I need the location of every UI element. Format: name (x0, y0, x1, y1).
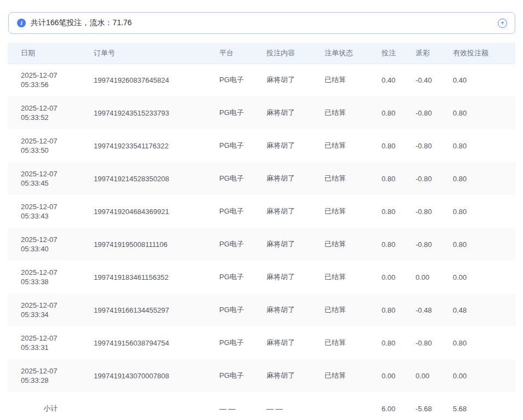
column-header-order: 订单号 (94, 43, 219, 64)
table-header-row: 日期 订单号 平台 投注内容 注单状态 投注 派彩 有效投注额 (8, 43, 515, 64)
order-number-cell: 1997419195008111106 (94, 228, 219, 261)
date-text: 2025-12-07 (21, 202, 94, 211)
bet-value-cell: 0.80 (382, 294, 416, 326)
bet-content-cell: 麻将胡了 (266, 359, 325, 392)
bet-value-cell: 0.80 (382, 96, 416, 129)
valid-bet-cell: 0.80 (453, 326, 515, 359)
platform-cell: PG电子 (219, 96, 266, 129)
date-text: 2025-12-07 (21, 136, 94, 146)
time-text: 05:33:43 (21, 211, 94, 221)
date-text: 2025-12-07 (21, 268, 94, 277)
date-text: 2025-12-07 (21, 103, 94, 113)
payout-value-cell: 0.00 (416, 359, 453, 392)
table-row: 2025-12-07 05:33:31 1997419156038794754 … (8, 326, 515, 359)
time-text: 05:33:38 (21, 277, 94, 286)
time-text: 05:33:34 (21, 310, 94, 319)
bet-value-cell: 0.40 (382, 64, 416, 96)
status-cell: 已结算 (325, 64, 382, 96)
table-row: 2025-12-07 05:33:52 1997419243515233793 … (8, 96, 515, 129)
subtotal-content-cell: — — (266, 392, 325, 420)
info-circle-icon: i (17, 19, 26, 27)
subtotal-status-cell (325, 392, 382, 420)
status-cell: 已结算 (325, 162, 382, 195)
payout-value-cell: -0.80 (416, 195, 453, 228)
payout-value-cell: -0.80 (416, 129, 453, 162)
subtotal-platform-cell: — — (219, 392, 266, 420)
order-number-cell: 1997419143070007808 (94, 359, 219, 392)
summary-text: 共计166笔投注，流水：71.76 (31, 18, 132, 28)
time-text: 05:33:28 (21, 376, 94, 385)
table-row: 2025-12-07 05:33:38 1997419183461156352 … (8, 261, 515, 294)
date-cell: 2025-12-07 05:33:31 (8, 326, 94, 359)
bet-value-cell: 0.00 (382, 359, 416, 392)
bet-content-cell: 麻将胡了 (266, 162, 325, 195)
valid-bet-cell: 0.48 (453, 294, 515, 326)
subtotal-valid-value: 5.68 (453, 392, 515, 420)
platform-cell: PG电子 (219, 228, 266, 261)
bet-content-cell: 麻将胡了 (266, 64, 325, 96)
bet-content-cell: 麻将胡了 (266, 96, 325, 129)
subtotal-row: 小计 — — — — 6.00 -5.68 5.68 (8, 392, 515, 420)
payout-value-cell: -0.80 (416, 162, 453, 195)
expand-button[interactable]: + (498, 19, 507, 28)
bet-value-cell: 0.80 (382, 228, 416, 261)
bet-content-cell: 麻将胡了 (266, 326, 325, 359)
time-text: 05:33:56 (21, 80, 94, 89)
plus-circle-icon: + (498, 19, 507, 28)
column-header-date: 日期 (8, 43, 94, 64)
bet-content-cell: 麻将胡了 (266, 294, 325, 326)
status-cell: 已结算 (325, 129, 382, 162)
bet-value-cell: 0.80 (382, 129, 416, 162)
table-row: 2025-12-07 05:33:40 1997419195008111106 … (8, 228, 515, 261)
valid-bet-cell: 0.80 (453, 162, 515, 195)
platform-cell: PG电子 (219, 326, 266, 359)
payout-value-cell: 0.00 (416, 261, 453, 294)
order-number-cell: 1997419156038794754 (94, 326, 219, 359)
date-cell: 2025-12-07 05:33:34 (8, 294, 94, 326)
date-cell: 2025-12-07 05:33:56 (8, 64, 94, 96)
status-cell: 已结算 (325, 294, 382, 326)
order-number-cell: 1997419166134455297 (94, 294, 219, 326)
date-cell: 2025-12-07 05:33:38 (8, 261, 94, 294)
bet-value-cell: 0.80 (382, 162, 416, 195)
order-number-cell: 1997419183461156352 (94, 261, 219, 294)
status-cell: 已结算 (325, 96, 382, 129)
valid-bet-cell: 0.40 (453, 64, 515, 96)
bet-value-cell: 0.00 (382, 261, 416, 294)
betting-records-page: i 共计166笔投注，流水：71.76 + 日期 订单号 平台 投注内容 注单状… (0, 12, 523, 420)
date-cell: 2025-12-07 05:33:45 (8, 162, 94, 195)
table-row: 2025-12-07 05:33:56 1997419260837645824 … (8, 64, 515, 96)
subtotal-order-cell (94, 392, 219, 420)
platform-cell: PG电子 (219, 294, 266, 326)
date-text: 2025-12-07 (21, 71, 94, 80)
column-header-payout: 派彩 (416, 43, 453, 64)
bet-content-cell: 麻将胡了 (266, 195, 325, 228)
bet-content-cell: 麻将胡了 (266, 129, 325, 162)
valid-bet-cell: 0.80 (453, 129, 515, 162)
order-number-cell: 1997419233541176322 (94, 129, 219, 162)
platform-cell: PG电子 (219, 261, 266, 294)
time-text: 05:33:31 (21, 343, 94, 352)
valid-bet-cell: 0.80 (453, 96, 515, 129)
time-text: 05:33:40 (21, 244, 94, 254)
payout-value-cell: -0.80 (416, 96, 453, 129)
status-cell: 已结算 (325, 195, 382, 228)
order-number-cell: 1997419204684369921 (94, 195, 219, 228)
date-cell: 2025-12-07 05:33:28 (8, 359, 94, 392)
table-row: 2025-12-07 05:33:34 1997419166134455297 … (8, 294, 515, 326)
payout-value-cell: -0.80 (416, 326, 453, 359)
summary-alert: i 共计166笔投注，流水：71.76 + (8, 12, 515, 34)
betting-records-table: 日期 订单号 平台 投注内容 注单状态 投注 派彩 有效投注额 2025-12-… (8, 43, 515, 420)
platform-cell: PG电子 (219, 129, 266, 162)
status-cell: 已结算 (325, 326, 382, 359)
platform-cell: PG电子 (219, 195, 266, 228)
order-number-cell: 1997419243515233793 (94, 96, 219, 129)
subtotal-label: 小计 (8, 392, 94, 420)
time-text: 05:33:50 (21, 146, 94, 155)
column-header-status: 注单状态 (325, 43, 382, 64)
payout-value-cell: -0.40 (416, 64, 453, 96)
date-text: 2025-12-07 (21, 366, 94, 376)
time-text: 05:33:45 (21, 179, 94, 188)
column-header-bet: 投注 (382, 43, 416, 64)
bet-value-cell: 0.80 (382, 326, 416, 359)
